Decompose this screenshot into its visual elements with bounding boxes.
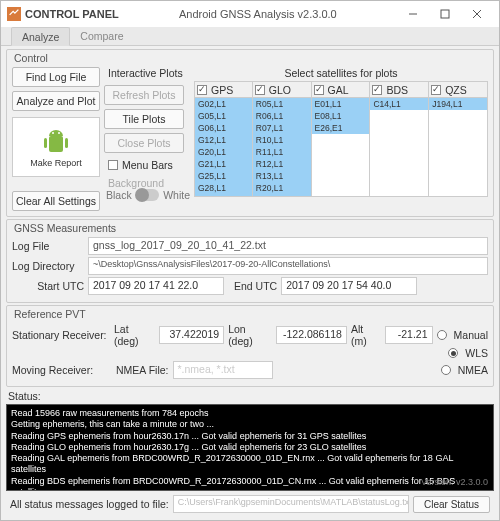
sat-item[interactable]: R20,L1 xyxy=(253,182,311,194)
sat-item[interactable]: J194,L1 xyxy=(429,98,487,110)
sat-item[interactable]: R06,L1 xyxy=(253,110,311,122)
nmea-label: NMEA xyxy=(458,364,488,376)
svg-rect-5 xyxy=(49,136,63,152)
minimize-button[interactable] xyxy=(397,3,429,25)
lon-label: Lon (deg) xyxy=(228,323,272,347)
nmea-file-label: NMEA File: xyxy=(116,364,169,376)
bg-black-label: Black xyxy=(106,189,132,201)
start-utc-field[interactable]: 2017 09 20 17 41 22.0 xyxy=(88,277,224,295)
start-utc-label: Start UTC xyxy=(12,280,84,292)
sat-item[interactable]: G06,L1 xyxy=(195,122,252,134)
window-subtitle: Android GNSS Analysis v2.3.0.0 xyxy=(119,8,397,20)
tile-plots-button[interactable]: Tile Plots xyxy=(104,109,184,129)
close-plots-button[interactable]: Close Plots xyxy=(104,133,184,153)
svg-point-9 xyxy=(58,132,60,134)
sat-item[interactable]: R13,L1 xyxy=(253,170,311,182)
tab-analyze[interactable]: Analyze xyxy=(11,27,70,46)
bds-list[interactable]: C14,L1 xyxy=(370,97,429,197)
log-file-label: Log File xyxy=(12,240,84,252)
moving-label: Moving Receiver: xyxy=(12,364,112,376)
sat-item[interactable]: G02,L1 xyxy=(195,98,252,110)
clear-all-button[interactable]: Clear All Settings xyxy=(12,191,100,211)
alt-label: Alt (m) xyxy=(351,323,381,347)
sat-item[interactable]: R12,L1 xyxy=(253,158,311,170)
lon-field[interactable]: -122.086118 xyxy=(276,326,347,344)
analyze-plot-button[interactable]: Analyze and Plot xyxy=(12,91,100,111)
menu-bars-checkbox[interactable] xyxy=(108,160,118,170)
sat-item[interactable]: R11,L1 xyxy=(253,146,311,158)
glo-header: GLO xyxy=(269,84,291,96)
qzs-header: QZS xyxy=(445,84,467,96)
status-log-path: C:\Users\Frank\gpseminDocuments\MATLAB\s… xyxy=(173,495,409,513)
sat-item[interactable]: R21,L1 xyxy=(253,194,311,197)
bds-header: BDS xyxy=(386,84,408,96)
end-utc-field[interactable]: 2017 09 20 17 54 40.0 xyxy=(281,277,417,295)
gal-list[interactable]: E01,L1E08,L1E26,E1 xyxy=(312,97,371,197)
make-report-button[interactable]: Make Report xyxy=(12,117,100,177)
alt-field[interactable]: -21.21 xyxy=(385,326,432,344)
gal-header: GAL xyxy=(328,84,349,96)
sat-item[interactable]: G25,L1 xyxy=(195,170,252,182)
version-label: Version: v2.3.0.0 xyxy=(421,477,488,488)
sat-item[interactable]: G31,L1 xyxy=(195,194,252,197)
wls-label: WLS xyxy=(465,347,488,359)
sat-item[interactable]: R05,L1 xyxy=(253,98,311,110)
refresh-plots-button[interactable]: Refresh Plots xyxy=(104,85,184,105)
sat-item[interactable]: E26,E1 xyxy=(312,122,370,134)
log-dir-field[interactable]: ~\Desktop\GnssAnalysisFiles\2017-09-20-A… xyxy=(88,257,488,275)
log-dir-label: Log Directory xyxy=(12,260,84,272)
clear-status-button[interactable]: Clear Status xyxy=(413,496,490,513)
bg-white-label: White xyxy=(163,189,190,201)
manual-radio[interactable] xyxy=(437,330,447,340)
sat-item[interactable]: E08,L1 xyxy=(312,110,370,122)
svg-rect-2 xyxy=(441,10,449,18)
sat-item[interactable]: E01,L1 xyxy=(312,98,370,110)
gal-checkbox[interactable] xyxy=(314,85,324,95)
stationary-label: Stationary Receiver: xyxy=(12,329,110,341)
meas-title: GNSS Measurements xyxy=(14,222,488,234)
sat-item[interactable]: G12,L1 xyxy=(195,134,252,146)
sat-item[interactable]: G21,L1 xyxy=(195,158,252,170)
make-report-label: Make Report xyxy=(30,158,82,168)
glo-list[interactable]: R05,L1R06,L1R07,L1R10,L1R11,L1R12,L1R13,… xyxy=(253,97,312,197)
glo-checkbox[interactable] xyxy=(255,85,265,95)
status-text: Read 15966 raw measurements from 784 epo… xyxy=(11,408,489,491)
sat-item[interactable]: R07,L1 xyxy=(253,122,311,134)
android-icon xyxy=(39,126,73,156)
gps-list[interactable]: G02,L1G05,L1G06,L1G12,L1G20,L1G21,L1G25,… xyxy=(194,97,253,197)
log-file-field[interactable]: gnss_log_2017_09_20_10_41_22.txt xyxy=(88,237,488,255)
nmea-radio[interactable] xyxy=(441,365,451,375)
status-log-label: All status messages logged to file: xyxy=(10,498,169,510)
pvt-title: Reference PVT xyxy=(14,308,488,320)
sat-item[interactable]: G20,L1 xyxy=(195,146,252,158)
qzs-list[interactable]: J194,L1 xyxy=(429,97,488,197)
svg-point-8 xyxy=(52,132,54,134)
end-utc-label: End UTC xyxy=(234,280,277,292)
sat-item[interactable]: G05,L1 xyxy=(195,110,252,122)
bds-checkbox[interactable] xyxy=(372,85,382,95)
wls-radio[interactable] xyxy=(448,348,458,358)
svg-rect-7 xyxy=(65,138,68,148)
gps-header: GPS xyxy=(211,84,233,96)
background-slider[interactable] xyxy=(136,189,159,201)
window-title: CONTROL PANEL xyxy=(25,8,119,20)
sat-item[interactable]: G28,L1 xyxy=(195,182,252,194)
sat-select-title: Select satellites for plots xyxy=(194,67,488,79)
gps-checkbox[interactable] xyxy=(197,85,207,95)
lat-label: Lat (deg) xyxy=(114,323,155,347)
nmea-file-field[interactable]: *.nmea, *.txt xyxy=(173,361,273,379)
status-console[interactable]: Read 15966 raw measurements from 784 epo… xyxy=(6,404,494,491)
tab-compare[interactable]: Compare xyxy=(70,27,133,45)
maximize-button[interactable] xyxy=(429,3,461,25)
sat-item[interactable]: R10,L1 xyxy=(253,134,311,146)
qzs-checkbox[interactable] xyxy=(431,85,441,95)
background-label: Background xyxy=(108,177,190,189)
close-button[interactable] xyxy=(461,3,493,25)
app-icon xyxy=(7,7,21,21)
manual-label: Manual xyxy=(454,329,488,341)
lat-field[interactable]: 37.422019 xyxy=(159,326,224,344)
menu-bars-label: Menu Bars xyxy=(122,159,173,171)
sat-item[interactable]: C14,L1 xyxy=(370,98,428,110)
find-log-button[interactable]: Find Log File xyxy=(12,67,100,87)
control-title: Control xyxy=(14,52,488,64)
